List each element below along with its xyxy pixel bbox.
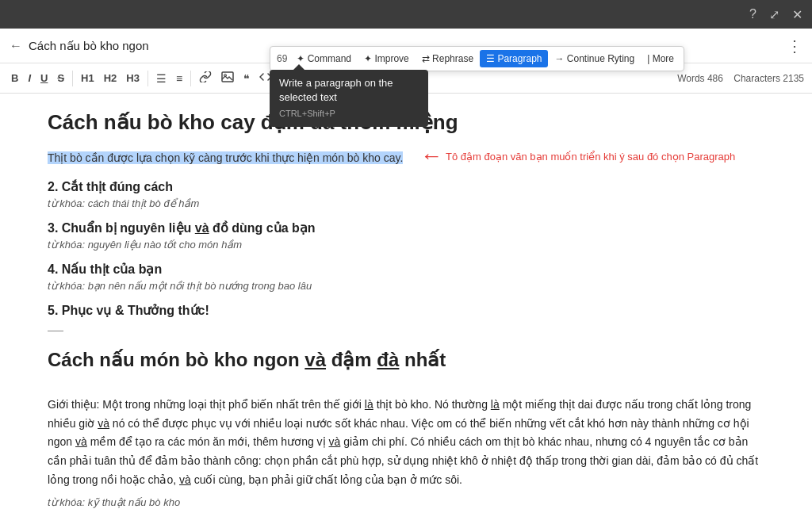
title-bar-left: ← Cách nấu bò kho ngon — [10, 39, 149, 53]
underline-button[interactable]: U — [37, 71, 51, 86]
italic-button[interactable]: I — [25, 71, 34, 86]
h3-button[interactable]: H3 — [123, 71, 143, 86]
image-icon[interactable] — [218, 70, 237, 86]
section-4-heading: 4. Nấu thịt của bạn — [48, 262, 764, 277]
ai-paragraph-button[interactable]: ☰ Paragraph — [480, 50, 548, 67]
unordered-list-icon[interactable]: ≡ — [173, 71, 186, 86]
close-icon[interactable]: ✕ — [792, 7, 802, 22]
more-options-icon[interactable]: ⋮ — [787, 37, 802, 55]
external-link-icon[interactable]: ⤢ — [769, 7, 779, 22]
word-count-label: Words 486 — [677, 73, 723, 84]
ai-more-button[interactable]: | More — [641, 50, 680, 67]
section-2-keyword: từ khóa: cách thái thịt bò để hầm — [48, 197, 764, 209]
red-arrow-icon: ← — [420, 145, 442, 167]
ai-rephrase-button[interactable]: ⇄ Rephrase — [416, 50, 480, 67]
h1-button[interactable]: H1 — [78, 71, 98, 86]
section-2: 2. Cắt thịt đúng cách từ khóa: cách thái… — [48, 179, 764, 209]
arrow-annotation: ← Tô đậm đoạn văn bạn muốn triển khi ý s… — [420, 145, 735, 167]
strikethrough-button[interactable]: S — [54, 71, 67, 86]
section-2-heading: 2. Cắt thịt đúng cách — [48, 179, 764, 194]
ai-continue-button[interactable]: → Continue Ryting — [548, 50, 641, 67]
section-3-keyword: từ khóa: nguyên liệu nào tốt cho món hầm — [48, 239, 764, 251]
ai-number: 69 — [274, 50, 290, 67]
bottom-keyword: từ khóa: kỹ thuật nấu bò kho — [48, 496, 764, 508]
title-bar-right: ⋮ — [787, 36, 802, 55]
section-h2-title: Cách nấu món bò kho ngon và đậm đà nhất — [48, 347, 764, 372]
section-5-heading: 5. Phục vụ & Thưởng thức! — [48, 303, 764, 318]
tooltip-arrow — [293, 64, 304, 70]
ai-improve-button[interactable]: ✦ Improve — [358, 50, 416, 67]
section-divider — [48, 331, 63, 331]
browser-top-bar: ? ⤢ ✕ — [0, 0, 812, 29]
toolbar-divider-3 — [190, 71, 191, 86]
section-3-heading: 3. Chuẩn bị nguyên liệu và đồ dùng của b… — [48, 220, 764, 235]
ordered-list-icon[interactable]: ☰ — [153, 71, 170, 86]
tooltip-shortcut: CTRL+Shift+P — [279, 108, 419, 120]
help-icon[interactable]: ? — [749, 7, 756, 21]
section-4: 4. Nấu thịt của bạn từ khóa: bạn nên nấu… — [48, 262, 764, 292]
toolbar-divider-2 — [147, 71, 148, 86]
annotation-text: Tô đậm đoạn văn bạn muốn triển khi ý sau… — [446, 151, 735, 163]
section-3: 3. Chuẩn bị nguyên liệu và đồ dùng của b… — [48, 220, 764, 251]
tooltip-box: Write a paragraph on the selected text C… — [270, 70, 428, 127]
back-button[interactable]: ← — [10, 39, 22, 53]
section-5: 5. Phục vụ & Thưởng thức! — [48, 303, 764, 318]
intro-paragraph: Giới thiệu: Một trong những loại thịt ph… — [48, 396, 764, 490]
section-4-keyword: từ khóa: bạn nên nấu một nồi thịt bò nướ… — [48, 280, 764, 292]
h2-button[interactable]: H2 — [101, 71, 121, 86]
link-icon[interactable] — [196, 70, 215, 86]
toolbar-divider-1 — [72, 71, 73, 86]
word-char-count: Words 486 Characters 2135 — [677, 73, 804, 84]
ai-toolbar: 69 ✦ Command ✦ Improve ⇄ Rephrase ☰ Para… — [270, 46, 684, 71]
document-title: Cách nấu bò kho ngon — [29, 39, 149, 53]
quote-icon[interactable]: ❝ — [240, 71, 253, 86]
tooltip-title: Write a paragraph on the selected text — [279, 76, 419, 105]
highlighted-text: Thịt bò cần được lựa chọn kỹ càng trước … — [48, 151, 403, 164]
bold-button[interactable]: B — [8, 71, 21, 86]
char-count-label: Characters 2135 — [733, 73, 804, 84]
